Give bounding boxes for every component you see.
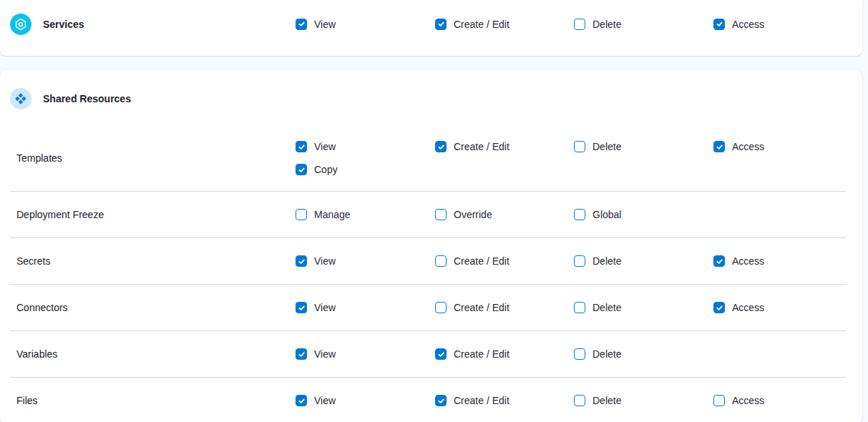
checkbox-icon[interactable] [435, 209, 447, 220]
checkbox-icon[interactable] [574, 209, 585, 220]
checkbox-delete[interactable]: Delete [574, 16, 621, 33]
checkbox-icon[interactable] [435, 348, 447, 360]
checkbox-access[interactable]: Access [713, 16, 764, 33]
checkbox-delete[interactable]: Delete [574, 252, 621, 270]
checkbox-icon[interactable] [713, 141, 725, 152]
checkbox-label: Create / Edit [454, 141, 509, 152]
permission-row-deployment-freeze: Deployment Freeze Manage Override Global [0, 192, 862, 237]
checkbox-icon[interactable] [574, 302, 585, 313]
checkbox-icon[interactable] [296, 141, 307, 152]
checkbox-view[interactable]: View [296, 16, 336, 33]
shared-resources-card: Shared Resources Templates View Copy Cre… [0, 70, 862, 422]
checkbox-label: Create / Edit [454, 19, 509, 30]
checkbox-label: Copy [314, 164, 338, 175]
row-label: Connectors [16, 302, 296, 313]
permission-row-connectors: Connectors View Create / Edit Delete Acc… [0, 285, 862, 330]
checkbox-icon[interactable] [296, 302, 307, 313]
checkbox-label: Delete [593, 19, 621, 30]
check-icon [298, 166, 306, 174]
checkbox-create-edit[interactable]: Create / Edit [435, 16, 509, 33]
permission-row-templates: Templates View Copy Create / Edit Delete [0, 109, 862, 191]
section-title-services: Services [43, 19, 84, 30]
check-icon [298, 257, 306, 265]
checkbox-global[interactable]: Global [574, 206, 621, 223]
checkbox-icon[interactable] [574, 19, 585, 30]
check-icon [437, 20, 445, 28]
checkbox-create-edit[interactable]: Create / Edit [435, 299, 509, 316]
checkbox-label: Create / Edit [454, 348, 509, 360]
check-icon [298, 350, 306, 358]
checkbox-create-edit[interactable]: Create / Edit [435, 345, 509, 363]
checkbox-icon[interactable] [713, 19, 725, 30]
checkbox-delete[interactable]: Delete [574, 345, 621, 363]
checkbox-copy[interactable]: Copy [296, 161, 338, 178]
services-icon [10, 14, 31, 35]
checkbox-view[interactable]: View [296, 299, 336, 316]
checkbox-label: Access [732, 302, 764, 313]
checkbox-icon[interactable] [435, 19, 447, 30]
four-diamond-icon [15, 93, 26, 104]
checkbox-icon[interactable] [435, 141, 447, 152]
checkbox-view[interactable]: View [296, 252, 336, 270]
checkbox-icon[interactable] [713, 255, 725, 267]
checkbox-label: Access [732, 19, 764, 30]
shared-resources-icon [10, 88, 31, 109]
checkbox-label: Delete [593, 348, 621, 360]
checkbox-icon[interactable] [574, 348, 585, 360]
checkbox-icon[interactable] [435, 302, 447, 313]
shared-resources-header: Shared Resources [0, 70, 862, 109]
checkbox-icon[interactable] [435, 395, 447, 406]
checkbox-manage[interactable]: Manage [296, 206, 351, 223]
checkbox-create-edit[interactable]: Create / Edit [435, 252, 509, 270]
check-icon [437, 397, 445, 405]
check-icon [298, 20, 306, 28]
checkbox-override[interactable]: Override [435, 206, 492, 223]
checkbox-icon[interactable] [296, 395, 307, 406]
check-icon [716, 143, 723, 151]
check-icon [716, 20, 723, 28]
checkbox-label: Override [454, 209, 492, 220]
checkbox-icon[interactable] [435, 255, 447, 267]
checkbox-delete[interactable]: Delete [574, 138, 621, 155]
checkbox-view[interactable]: View [296, 138, 336, 155]
checkbox-access[interactable]: Access [713, 138, 764, 155]
checkbox-create-edit[interactable]: Create / Edit [435, 138, 509, 155]
permission-row-files: Files View Create / Edit Delete Access [0, 378, 862, 422]
checkbox-label: View [314, 348, 336, 360]
services-card: Services View Create / Edit Delete Acces… [0, 0, 862, 56]
checkbox-icon[interactable] [713, 395, 725, 406]
checkbox-label: View [314, 395, 336, 406]
checkbox-label: Manage [314, 209, 351, 220]
checkbox-label: Delete [593, 395, 621, 406]
checkbox-icon[interactable] [574, 255, 585, 267]
checkbox-icon[interactable] [296, 164, 307, 175]
checkbox-create-edit[interactable]: Create / Edit [435, 392, 509, 409]
checkbox-label: View [314, 255, 336, 267]
checkbox-icon[interactable] [296, 209, 307, 220]
row-label: Templates [16, 152, 296, 164]
checkbox-label: Delete [593, 302, 621, 313]
checkbox-icon[interactable] [574, 395, 585, 406]
checkbox-label: View [314, 19, 336, 30]
checkbox-delete[interactable]: Delete [574, 392, 621, 409]
checkbox-icon[interactable] [713, 302, 725, 313]
checkbox-view[interactable]: View [296, 345, 336, 363]
checkbox-icon[interactable] [296, 255, 307, 267]
permission-row-secrets: Secrets View Create / Edit Delete Access [0, 238, 862, 284]
checkbox-access[interactable]: Access [713, 299, 764, 316]
checkbox-label: Create / Edit [454, 395, 509, 406]
checkbox-access[interactable]: Access [713, 392, 764, 409]
checkbox-label: Delete [593, 255, 621, 267]
checkbox-access[interactable]: Access [713, 252, 764, 270]
checkbox-icon[interactable] [296, 19, 307, 30]
checkbox-view[interactable]: View [296, 392, 336, 409]
checkbox-icon[interactable] [574, 141, 585, 152]
checkbox-label: Global [593, 209, 621, 220]
checkbox-icon[interactable] [296, 348, 307, 360]
check-icon [298, 397, 306, 405]
checkbox-label: View [314, 141, 336, 152]
checkbox-label: Delete [593, 141, 621, 152]
check-icon [437, 350, 445, 358]
permission-row-variables: Variables View Create / Edit Delete [0, 331, 862, 377]
checkbox-delete[interactable]: Delete [574, 299, 621, 316]
